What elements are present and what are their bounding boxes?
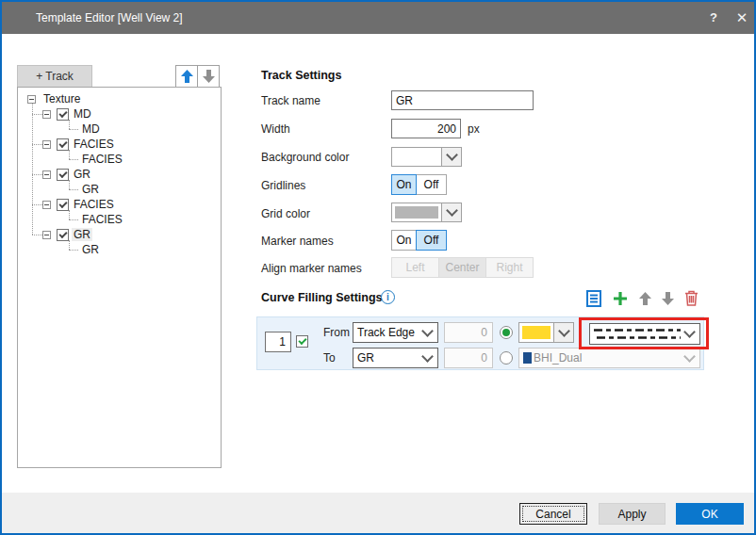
tree-checkbox[interactable] [57, 108, 69, 121]
tree-row[interactable]: MD [18, 106, 221, 122]
tree-row[interactable]: FACIES [18, 212, 221, 227]
tree-row[interactable]: GR [18, 182, 221, 197]
tree-row[interactable]: FACIES [18, 152, 221, 167]
row-index: 1 [265, 332, 291, 352]
marker-names-toggle: On Off [391, 230, 447, 251]
tree-row[interactable]: FACIES [18, 197, 221, 212]
chevron-down-icon [446, 149, 458, 161]
from-number: 0 [444, 322, 493, 343]
tree-checkbox[interactable] [57, 169, 69, 181]
row-down-icon[interactable] [662, 292, 674, 305]
curve-fill-row: 1 From Track Edge 0 To GR 0 [256, 316, 704, 370]
curve-value: BHI_Dual [534, 351, 582, 365]
curve-color-chip [523, 352, 532, 364]
track-tree: TextureMDMDFACIESFACIESGRGRFACIESFACIESG… [17, 87, 222, 468]
add-row-icon[interactable] [613, 291, 628, 306]
tree-item-label[interactable]: FACIES [80, 213, 124, 226]
curve-dropdown[interactable]: BHI_Dual [518, 348, 700, 368]
window-title: Template Editor [Well View 2] [36, 2, 183, 34]
tree-row[interactable]: GR [18, 227, 221, 242]
chevron-down-icon [558, 325, 570, 337]
chevron-down-icon [446, 204, 458, 217]
tree-item-label[interactable]: FACIES [72, 138, 116, 151]
expander-icon[interactable] [27, 95, 36, 104]
table-icon[interactable] [586, 290, 601, 307]
gridlines-off-button[interactable]: Off [416, 174, 447, 195]
title-bar[interactable]: Template Editor [Well View 2] ? ✕ [2, 2, 754, 34]
track-settings-title: Track Settings [261, 69, 341, 82]
fill-pattern-dropdown[interactable] [589, 323, 700, 345]
tree-row[interactable]: FACIES [18, 137, 221, 152]
down-arrow-icon [203, 70, 215, 83]
expander-icon[interactable] [42, 201, 51, 209]
expander-icon[interactable] [42, 231, 51, 239]
align-group: Left Center Right [391, 257, 534, 278]
help-icon[interactable]: ? [703, 2, 724, 34]
chevron-down-icon [683, 326, 696, 338]
from-label: From [323, 326, 350, 339]
gridlines-on-button[interactable]: On [391, 174, 417, 195]
to-label: To [323, 351, 336, 365]
expander-icon[interactable] [42, 110, 51, 119]
width-unit: px [468, 122, 480, 136]
info-icon[interactable]: i [381, 290, 395, 304]
expander-icon[interactable] [42, 170, 51, 179]
curve-filling-title: Curve Filling Settings [261, 291, 383, 304]
ok-button[interactable]: OK [676, 503, 744, 525]
chevron-down-icon [683, 350, 696, 363]
width-label: Width [261, 122, 290, 136]
tree-item-label[interactable]: MD [72, 107, 93, 121]
tree-rows: TextureMDMDFACIESFACIESGRGRFACIESFACIESG… [18, 88, 221, 257]
close-icon[interactable]: ✕ [730, 2, 754, 34]
tree-row[interactable]: GR [18, 167, 221, 182]
tree-checkbox[interactable] [57, 229, 69, 241]
row-checkbox[interactable] [296, 335, 308, 348]
tree-row[interactable]: MD [18, 122, 221, 137]
row-up-icon[interactable] [639, 292, 651, 305]
tree-item-label[interactable]: GR [72, 228, 92, 241]
chevron-down-icon [421, 325, 434, 337]
fill-color-dropdown[interactable] [518, 322, 574, 343]
tree-item-label[interactable]: FACIES [80, 153, 124, 166]
tree-item-label[interactable]: FACIES [72, 198, 116, 211]
delete-row-icon[interactable] [684, 290, 698, 306]
expander-icon[interactable] [42, 140, 51, 149]
background-color-dropdown[interactable] [391, 147, 462, 167]
gridlines-label: Gridlines [261, 179, 305, 192]
align-center-button[interactable]: Center [438, 257, 486, 278]
to-value: GR [357, 351, 374, 365]
track-name-input[interactable] [391, 90, 534, 110]
marker-names-label: Marker names [261, 235, 334, 248]
apply-button[interactable]: Apply [599, 503, 666, 525]
marker-off-button[interactable]: Off [416, 230, 447, 251]
width-input[interactable] [391, 119, 461, 138]
move-up-button[interactable] [175, 65, 198, 88]
add-track-button[interactable]: + Track [17, 65, 92, 88]
fill-pattern-swatch [594, 325, 681, 343]
tree-checkbox[interactable] [57, 199, 69, 211]
dropdown-cell [441, 148, 461, 166]
marker-on-button[interactable]: On [391, 230, 417, 251]
fill-color-radio[interactable] [500, 326, 513, 339]
align-marker-names-label: Align marker names [261, 262, 362, 275]
align-left-button[interactable]: Left [391, 257, 439, 278]
from-value: Track Edge [357, 326, 415, 339]
tree-item-label[interactable]: Texture [41, 92, 82, 105]
move-down-button[interactable] [197, 65, 220, 88]
grid-color-dropdown[interactable] [391, 203, 462, 222]
tree-item-label[interactable]: GR [80, 183, 101, 196]
tree-item-label[interactable]: GR [80, 243, 101, 256]
from-dropdown[interactable]: Track Edge [353, 322, 438, 343]
fill-curve-radio[interactable] [500, 351, 513, 365]
up-arrow-icon [181, 70, 193, 83]
grid-color-swatch [395, 206, 438, 219]
tree-row[interactable]: Texture [18, 91, 221, 106]
to-dropdown[interactable]: GR [353, 348, 438, 368]
align-right-button[interactable]: Right [485, 257, 534, 278]
tree-item-label[interactable]: GR [72, 168, 92, 181]
tree-item-label[interactable]: MD [80, 122, 102, 136]
tree-row[interactable]: GR [18, 242, 221, 257]
to-number: 0 [444, 348, 493, 368]
tree-checkbox[interactable] [57, 138, 69, 151]
cancel-button[interactable]: Cancel [519, 503, 587, 525]
